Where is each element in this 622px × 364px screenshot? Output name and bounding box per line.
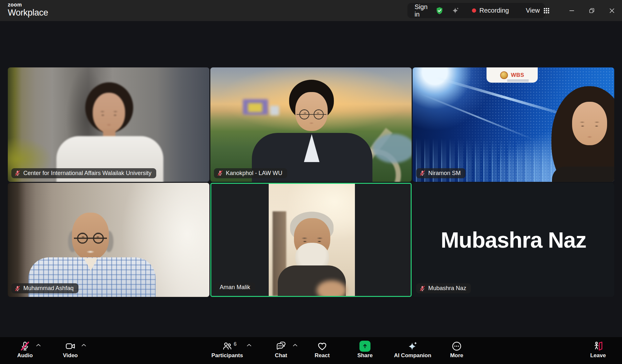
participant-name-label: Aman Malik	[215, 282, 255, 292]
logo-workplace-text: Workplace	[8, 8, 48, 17]
video-camera-icon	[65, 341, 76, 352]
participants-label: Participants	[211, 352, 243, 359]
participant-glasses	[74, 232, 107, 244]
view-button[interactable]: View	[526, 7, 550, 14]
title-bar: zoom Workplace Sign in Recording View	[0, 0, 622, 21]
participant-display-name-large: Mubashra Naz	[441, 227, 586, 252]
close-button[interactable]	[602, 0, 622, 21]
audio-options-caret[interactable]	[36, 344, 41, 347]
participants-count-badge: 6	[234, 341, 237, 347]
recording-indicator: Recording	[472, 7, 509, 14]
mic-muted-icon	[419, 285, 426, 292]
more-button[interactable]: More	[444, 337, 470, 364]
mic-muted-icon	[14, 285, 21, 292]
participants-options-caret[interactable]	[247, 344, 252, 347]
titlebar-controls-group: Sign in Recording View	[407, 3, 545, 18]
participant-name-label: Muhammad Ashfaq	[11, 283, 78, 293]
logo-zoom-text: zoom	[8, 2, 48, 7]
share-button[interactable]: Share	[352, 337, 378, 364]
chat-label: Chat	[275, 352, 287, 359]
video-tile-niramon[interactable]: WBS Niramon SM	[413, 67, 614, 182]
chat-options-caret[interactable]	[293, 344, 298, 347]
participant-name-label: Kanokphol - LAW WU	[214, 168, 287, 178]
recording-label: Recording	[479, 7, 509, 14]
heart-icon	[317, 341, 327, 352]
react-label: React	[315, 352, 330, 359]
video-tile-muhammad-ashfaq[interactable]: Muhammad Ashfaq	[8, 183, 209, 297]
video-tile-mubashra-naz[interactable]: Mubashra Naz Mubashra Naz	[413, 183, 614, 297]
mic-muted-icon	[217, 170, 223, 176]
sign-in-button[interactable]: Sign in	[415, 3, 428, 18]
ellipsis-icon	[452, 341, 462, 352]
participant-name: Mubashra Naz	[428, 285, 466, 292]
video-tile-aman-malik-active-speaker[interactable]: Aman Malik	[210, 183, 412, 297]
participant-face	[572, 102, 607, 145]
mic-muted-icon	[20, 341, 30, 352]
banner-wbs-text: WBS	[511, 72, 524, 78]
video-grid: Center for International Affairs Walaila…	[8, 67, 614, 297]
participant-name: Center for International Affairs Walaila…	[23, 170, 151, 177]
portrait-video-area	[269, 184, 355, 296]
banner-subtext-lines	[507, 80, 529, 80]
participant-name: Kanokphol - LAW WU	[226, 170, 282, 177]
leave-label: Leave	[590, 352, 606, 359]
mic-muted-icon	[14, 170, 21, 176]
react-button[interactable]: React	[309, 337, 335, 364]
share-label: Share	[357, 352, 372, 359]
participants-button[interactable]: 6 Participants	[206, 337, 248, 364]
background-lake	[373, 134, 412, 163]
university-banner: WBS	[487, 67, 538, 83]
zoom-workplace-logo: zoom Workplace	[8, 2, 48, 17]
window-controls	[562, 0, 622, 21]
participant-name: Muhammad Ashfaq	[23, 285, 74, 292]
ai-companion-sparkle-icon	[407, 341, 418, 352]
participant-name-label: Mubashra Naz	[416, 283, 471, 293]
leave-door-icon	[593, 341, 603, 352]
ai-companion-button[interactable]: AI Companion	[390, 337, 435, 364]
participant-face	[93, 93, 125, 133]
ai-companion-label: AI Companion	[394, 352, 431, 359]
share-up-arrow-icon	[359, 341, 370, 352]
mic-muted-icon	[419, 170, 426, 176]
view-grid-icon	[543, 7, 550, 14]
background-building	[248, 103, 262, 112]
chat-bubble-icon	[276, 341, 286, 352]
participant-body	[552, 167, 614, 182]
recording-dot-icon	[472, 8, 476, 13]
minimize-button[interactable]	[562, 0, 582, 21]
video-options-caret[interactable]	[81, 344, 86, 347]
university-emblem-icon	[500, 71, 508, 79]
leave-button[interactable]: Leave	[585, 337, 611, 364]
participant-name: Niramon SM	[428, 170, 461, 177]
view-label: View	[526, 7, 540, 14]
audio-button[interactable]: Audio	[12, 337, 38, 364]
restore-button[interactable]	[582, 0, 602, 21]
more-label: More	[450, 352, 464, 359]
ai-companion-titlebar-icon[interactable]	[452, 6, 460, 15]
meeting-toolbar: Audio Video 6 Participants	[0, 337, 622, 364]
participants-icon	[222, 341, 232, 352]
security-shield-icon[interactable]	[435, 6, 444, 15]
participant-glasses	[297, 109, 326, 120]
chat-button[interactable]: Chat	[268, 337, 294, 364]
participant-name-label: Center for International Affairs Walaila…	[11, 168, 156, 178]
video-label: Video	[63, 352, 78, 359]
video-tile-kanokphol[interactable]: Kanokphol - LAW WU	[210, 67, 412, 182]
video-button[interactable]: Video	[57, 337, 83, 364]
participant-name: Aman Malik	[220, 284, 250, 291]
video-tile-center-international-affairs[interactable]: Center for International Affairs Walaila…	[8, 67, 209, 182]
background-building	[270, 106, 279, 115]
audio-label: Audio	[17, 352, 33, 359]
zoom-meeting-window: zoom Workplace Sign in Recording View	[0, 0, 622, 364]
participant-name-label: Niramon SM	[416, 168, 465, 178]
